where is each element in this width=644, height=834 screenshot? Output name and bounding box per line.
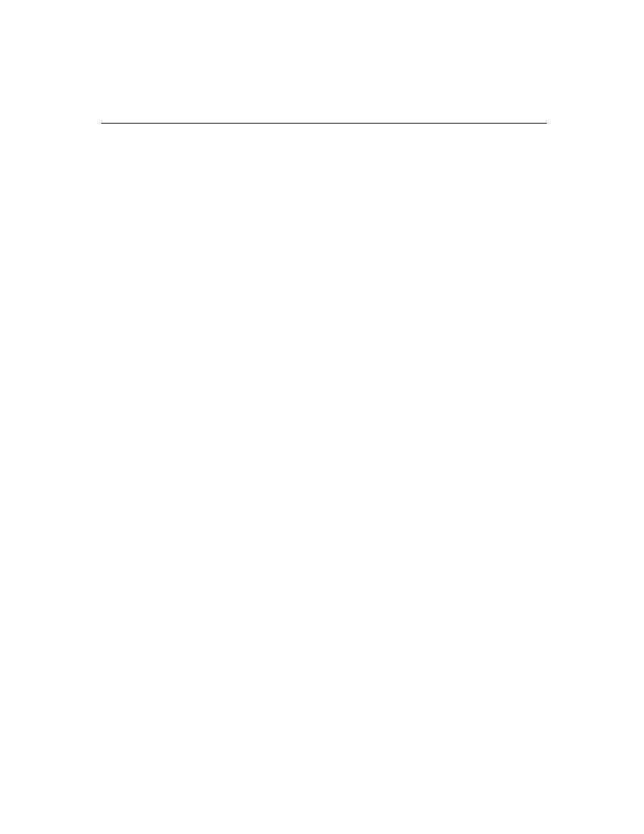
horizontal-rule xyxy=(101,123,547,124)
